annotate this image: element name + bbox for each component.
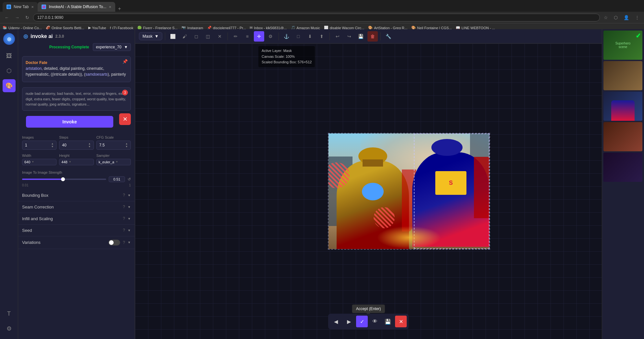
sidebar-item-nodes[interactable]: ⬡ <box>3 64 16 77</box>
seed-section[interactable]: Seed ? ▼ <box>18 225 135 236</box>
toolbar-draw-btn[interactable]: ⬜ <box>168 31 178 42</box>
eye-button[interactable]: 👁 <box>369 316 381 327</box>
back-button[interactable]: ← <box>3 14 11 21</box>
infill-scaling-section[interactable]: Infill and Scaling ? ▼ <box>18 213 135 225</box>
cfg-spinners[interactable]: ▲ ▼ <box>125 142 128 148</box>
thumbnail-5[interactable] <box>603 153 642 182</box>
img2img-value[interactable]: 0.51 <box>109 176 125 182</box>
toolbar-upload-btn[interactable]: ⬆ <box>316 31 327 42</box>
toolbar-close-btn[interactable]: ✕ <box>215 31 225 42</box>
reload-button[interactable]: ↻ <box>23 14 31 21</box>
toolbar-anchor-btn[interactable]: ⚓ <box>281 31 292 42</box>
chevron-down-icon[interactable]: ▼ <box>128 205 131 209</box>
height-label: Height <box>59 154 93 157</box>
invoke-button[interactable]: Invoke <box>26 116 113 128</box>
images-input[interactable]: 1 ▲ ▼ <box>22 141 56 150</box>
chevron-down-icon[interactable]: ▼ <box>128 241 131 244</box>
thumbnail-4[interactable] <box>603 122 642 151</box>
next-button[interactable]: ▶ <box>343 316 355 327</box>
height-select[interactable]: 448 ▼ <box>59 159 93 165</box>
mask-dropdown[interactable]: Mask ▼ <box>139 32 162 40</box>
reset-icon[interactable]: ↺ <box>128 177 131 182</box>
steps-spinners[interactable]: ▲ ▼ <box>88 142 91 148</box>
address-bar[interactable]: 127.0.0.1:9090 <box>33 14 600 21</box>
sidebar-item-canvas[interactable]: 🎨 <box>3 79 16 92</box>
steps-input[interactable]: 40 ▲ ▼ <box>59 141 93 150</box>
toolbar-eraser-btn[interactable]: ◻ <box>191 31 202 42</box>
toolbar-download-btn[interactable]: ⬇ <box>305 31 315 42</box>
thumbnail-2[interactable] <box>603 61 642 90</box>
tab-close-newtab[interactable]: ✕ <box>31 5 34 9</box>
help-icon[interactable]: ? <box>123 228 125 232</box>
slider-thumb[interactable] <box>61 177 65 181</box>
cancel-button[interactable]: ✕ <box>119 113 131 125</box>
toolbar-separator-2 <box>228 32 228 40</box>
tab-label-newtab: New Tab <box>14 5 29 9</box>
new-tab-button[interactable]: + <box>115 6 123 12</box>
nav-bar: ← → ↻ 127.0.0.1:9090 ☆ ⬡ 👤 ⋮ <box>0 12 644 23</box>
toolbar-settings-btn[interactable]: ⚙ <box>266 31 276 42</box>
extensions-button[interactable]: ⬡ <box>612 14 620 21</box>
positive-prompt-area[interactable]: Doctor Fate artstation, detailed, digita… <box>22 56 131 82</box>
prev-button[interactable]: ◀ <box>330 316 342 327</box>
app-name: invoke ai <box>31 33 53 39</box>
toolbar-wrench-btn[interactable]: 🔧 <box>383 31 394 42</box>
toolbar-paint-btn[interactable]: 🖌 <box>180 31 190 42</box>
seam-correction-section[interactable]: Seam Correction ? ▼ <box>18 201 135 213</box>
profile-button[interactable]: 👤 <box>622 14 631 21</box>
bounding-box-section[interactable]: Bounding Box ? ▼ <box>18 190 135 201</box>
toolbar-stamp-btn[interactable]: □ <box>293 31 303 42</box>
chevron-down-icon[interactable]: ▼ <box>128 229 131 232</box>
steps-down[interactable]: ▼ <box>88 145 91 148</box>
variations-section[interactable]: Variations ? ▼ <box>18 236 135 249</box>
sampler-select[interactable]: k_euler_a ▼ <box>96 159 131 165</box>
height-group: Height 448 ▼ <box>59 154 93 165</box>
sidebar-item-gallery[interactable]: 🖼 <box>3 49 16 62</box>
toolbar-mask-eraser-btn[interactable]: ◫ <box>203 31 213 42</box>
toolbar-list-btn[interactable]: ≡ <box>242 31 253 42</box>
thumbnail-3[interactable] <box>603 92 642 121</box>
tab-close-invokeai[interactable]: ✕ <box>109 5 111 9</box>
sidebar-item-settings[interactable]: ⚙ <box>3 322 16 335</box>
img2img-slider-row: 0.51 ↺ <box>22 176 131 182</box>
invoke-row: Invoke ✕ <box>22 113 131 130</box>
chevron-down-icon[interactable]: ▼ <box>128 194 131 197</box>
forward-button[interactable]: → <box>13 14 21 21</box>
steps-up[interactable]: ▲ <box>88 142 91 145</box>
thumbnail-1[interactable]: Superheroscene ✓ <box>603 31 642 60</box>
toolbar-undo-btn[interactable]: ↩ <box>332 31 343 42</box>
toolbar-delete-btn[interactable]: 🗑 <box>367 31 378 42</box>
tab-favicon-invokeai: 🟣 <box>42 5 46 9</box>
variations-toggle[interactable] <box>108 240 120 245</box>
thumb-image-2 <box>603 61 642 90</box>
tab-newtab[interactable]: 🔵 New Tab ✕ <box>3 2 38 12</box>
help-icon[interactable]: ? <box>123 193 125 197</box>
images-up[interactable]: ▲ <box>51 142 54 145</box>
cfg-down[interactable]: ▼ <box>125 145 128 148</box>
toolbar-redo-btn[interactable]: ↪ <box>344 31 354 42</box>
toolbar-save-btn[interactable]: 💾 <box>356 31 366 42</box>
toolbar-move-btn[interactable]: ✛ <box>254 31 264 42</box>
tab-invokeai[interactable]: 🟣 InvokeAI - A Stable Diffusion To... ✕ <box>38 2 115 12</box>
chevron-down-icon[interactable]: ▼ <box>128 217 131 220</box>
experience-select[interactable]: experience_70 ▼ <box>93 43 131 51</box>
cfg-up[interactable]: ▲ <box>125 142 128 145</box>
canvas-wrapper[interactable]: S Accept (Enter) ◀ ▶ <box>135 44 602 339</box>
close-button[interactable]: ✕ <box>395 316 407 327</box>
accept-button[interactable]: ✓ <box>356 316 368 327</box>
pin-button[interactable]: 📌 <box>122 59 128 64</box>
toolbar-pen-btn[interactable]: ✏ <box>230 31 241 42</box>
sidebar-item-text[interactable]: T <box>3 307 16 320</box>
help-icon[interactable]: ? <box>123 205 125 209</box>
img2img-slider[interactable] <box>22 179 106 180</box>
help-icon[interactable]: ? <box>123 216 125 221</box>
images-spinners[interactable]: ▲ ▼ <box>51 142 54 148</box>
width-select[interactable]: 640 ▼ <box>22 159 56 165</box>
bookmark-button[interactable]: ☆ <box>602 14 610 21</box>
negative-prompt-area[interactable]: nude bad anatomy, bad hands, text, error… <box>22 87 131 111</box>
help-icon[interactable]: ? <box>123 240 125 245</box>
images-down[interactable]: ▼ <box>51 145 54 148</box>
save-button[interactable]: 💾 <box>382 316 394 327</box>
cfg-input[interactable]: 7.5 ▲ ▼ <box>96 141 131 150</box>
more-button[interactable]: ⋮ <box>633 14 641 21</box>
